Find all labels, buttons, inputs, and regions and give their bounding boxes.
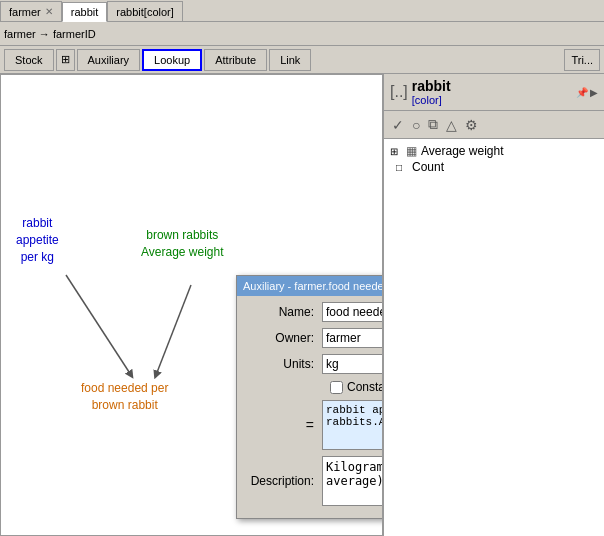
inspector-pins: 📌 ▶ xyxy=(576,87,598,98)
units-input[interactable] xyxy=(322,354,383,374)
inspector-toolbar: ✓ ○ ⧉ △ ⚙ xyxy=(384,111,604,139)
toolbar-text: farmer → farmerID xyxy=(4,28,96,40)
aux-dialog-title: Auxiliary - farmer.food needed per brown… xyxy=(243,280,383,292)
auxiliary-button[interactable]: Auxiliary xyxy=(77,49,141,71)
attribute-button[interactable]: Attribute xyxy=(204,49,267,71)
expand-average-weight-icon: ⊞ xyxy=(390,146,402,157)
copy-icon[interactable]: ⧉ xyxy=(426,114,440,135)
formula-row: = rabbit appetite per kg*brown rabbits.A… xyxy=(247,400,383,450)
toolbar-area: farmer → farmerID xyxy=(0,22,604,46)
equals-sign: = xyxy=(247,417,322,433)
tab-farmer-close[interactable]: ✕ xyxy=(45,6,53,17)
svg-line-0 xyxy=(66,275,131,375)
expand-count-icon: □ xyxy=(396,162,408,173)
tab-rabbit[interactable]: rabbit xyxy=(62,2,108,22)
tree-label-average-weight: Average weight xyxy=(421,144,504,158)
owner-row: Owner: xyxy=(247,328,383,348)
description-textarea[interactable]: Kilograms of food needed (on average) fo… xyxy=(322,456,383,506)
diagram-label-food-needed: food needed perbrown rabbit xyxy=(81,380,168,414)
tab-rabbit-label: rabbit xyxy=(71,6,99,18)
owner-input[interactable] xyxy=(322,328,383,348)
inspector-title-group: rabbit [color] xyxy=(412,78,451,106)
lookup-button[interactable]: Lookup xyxy=(142,49,202,71)
tree-item-average-weight[interactable]: ⊞ ▦ Average weight xyxy=(388,143,600,159)
gear-icon[interactable]: ⚙ xyxy=(463,115,480,135)
units-row: Units: xyxy=(247,354,383,374)
aux-dialog-body: Name: Owner: Units: Constant xyxy=(237,296,383,518)
inspector-subtitle: [color] xyxy=(412,94,451,106)
main-content: rabbitappetiteper kg brown rabbitsAverag… xyxy=(0,74,604,536)
inspector-header: [..] rabbit [color] 📌 ▶ xyxy=(384,74,604,111)
tab-farmer-label: farmer xyxy=(9,6,41,18)
icon-button[interactable]: ⊞ xyxy=(56,49,75,71)
tree-item-count[interactable]: □ Count xyxy=(388,159,600,175)
stock-button[interactable]: Stock xyxy=(4,49,54,71)
formula-textarea[interactable]: rabbit appetite per kg*brown rabbits.Ave… xyxy=(322,400,383,450)
expand-button[interactable]: ▶ xyxy=(590,87,598,98)
diagram-label-brown-rabbits: brown rabbitsAverage weight xyxy=(141,227,224,261)
check-icon[interactable]: ✓ xyxy=(390,115,406,135)
svg-line-1 xyxy=(156,285,191,375)
description-label: Description: xyxy=(247,474,322,488)
button-row: Stock ⊞ Auxiliary Lookup Attribute Link … xyxy=(0,46,604,74)
constant-label: Constant xyxy=(347,380,383,394)
circle-icon[interactable]: ○ xyxy=(410,115,422,135)
name-row: Name: xyxy=(247,302,383,322)
diagram-label-rabbit-appetite: rabbitappetiteper kg xyxy=(16,215,59,265)
tree-label-count: Count xyxy=(412,160,444,174)
name-input[interactable] xyxy=(322,302,383,322)
constant-row: Constant xyxy=(330,380,383,394)
constant-checkbox[interactable] xyxy=(330,381,343,394)
owner-label: Owner: xyxy=(247,331,322,345)
collection-inspector: [..] rabbit [color] 📌 ▶ ✓ ○ ⧉ △ ⚙ ⊞ ▦ Av… xyxy=(383,74,604,536)
table-icon: ▦ xyxy=(406,144,417,158)
pin-button[interactable]: 📌 xyxy=(576,87,588,98)
tri-button[interactable]: Tri... xyxy=(564,49,600,71)
inspector-tree: ⊞ ▦ Average weight □ Count xyxy=(384,139,604,536)
units-label: Units: xyxy=(247,357,322,371)
description-row: Description: Kilograms of food needed (o… xyxy=(247,456,383,506)
aux-dialog: Auxiliary - farmer.food needed per brown… xyxy=(236,275,383,519)
tab-rabbit-color[interactable]: rabbit[color] xyxy=(107,1,182,21)
link-button[interactable]: Link xyxy=(269,49,311,71)
tab-bar: farmer ✕ rabbit rabbit[color] xyxy=(0,0,604,22)
name-label: Name: xyxy=(247,305,322,319)
tab-farmer[interactable]: farmer ✕ xyxy=(0,1,62,21)
tab-rabbit-color-label: rabbit[color] xyxy=(116,6,173,18)
diagram-panel: rabbitappetiteper kg brown rabbitsAverag… xyxy=(0,74,383,536)
triangle-icon[interactable]: △ xyxy=(444,115,459,135)
inspector-icon: [..] xyxy=(390,83,408,101)
aux-dialog-header: Auxiliary - farmer.food needed per brown… xyxy=(237,276,383,296)
inspector-title: rabbit xyxy=(412,78,451,94)
